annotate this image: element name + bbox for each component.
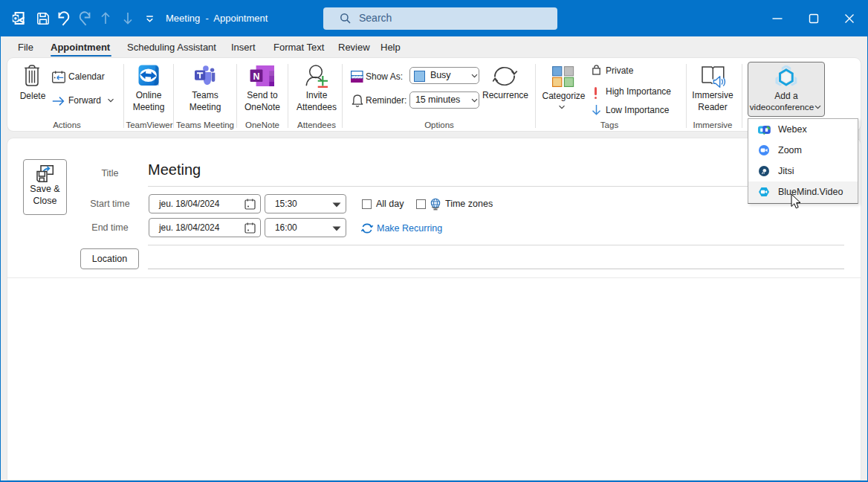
svg-text:N: N bbox=[253, 71, 259, 82]
